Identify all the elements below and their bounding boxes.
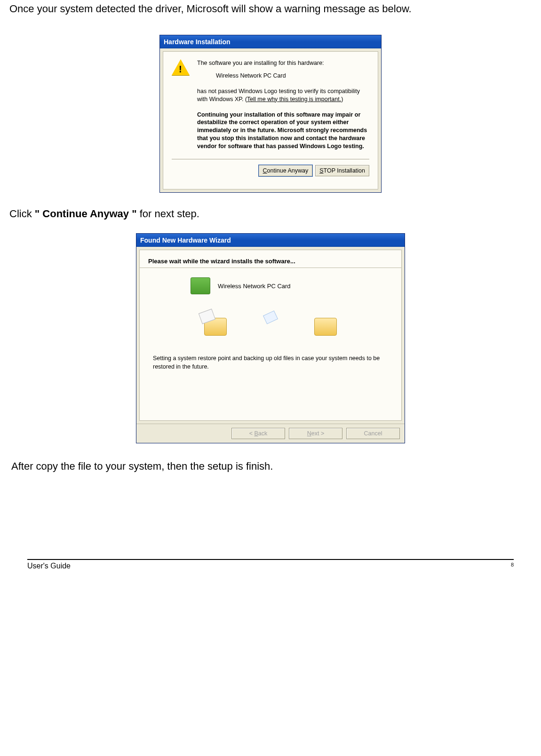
after-text: After copy the file to your system, then… (11, 460, 532, 472)
page-footer: User's Guide 8 (27, 559, 514, 570)
dialog1-line1: The software you are installing for this… (197, 59, 369, 67)
hardware-icon (191, 277, 210, 294)
figure-2: Found New Hardware Wizard Please wait wh… (9, 233, 532, 443)
back-button: < Back (231, 428, 285, 439)
continue-anyway-button[interactable]: Continue Anyway (259, 165, 313, 176)
click-instruction: Click " Continue Anyway " for next step. (9, 208, 532, 220)
dialog1-device: Wireless Network PC Card (216, 72, 369, 80)
dialog1-title: Hardware Installation (160, 35, 381, 48)
copy-animation (148, 318, 393, 336)
dialog2-status: Setting a system restore point and backi… (153, 354, 388, 371)
found-new-hardware-dialog: Found New Hardware Wizard Please wait wh… (136, 233, 405, 443)
stop-installation-button[interactable]: STOP Installation (315, 165, 369, 176)
footer-label: User's Guide (27, 562, 71, 570)
dialog1-line2: has not passed Windows Logo testing to v… (197, 87, 369, 103)
tell-me-why-link[interactable]: Tell me why this testing is important. (247, 96, 341, 102)
folder-source-icon (204, 318, 227, 336)
dialog2-device: Wireless Network PC Card (218, 283, 291, 290)
intro-text: Once your system detected the driver, Mi… (9, 0, 532, 15)
dialog1-strong: Continuing your installation of this sof… (197, 111, 369, 150)
warning-icon (172, 59, 190, 77)
dialog2-title: Found New Hardware Wizard (136, 234, 405, 247)
next-button: Next > (289, 428, 342, 439)
folder-dest-icon (314, 318, 337, 336)
figure-1: Hardware Installation The software you a… (9, 35, 532, 193)
cancel-button: Cancel (346, 428, 400, 439)
dialog2-head: Please wait while the wizard installs th… (148, 258, 393, 265)
hardware-installation-dialog: Hardware Installation The software you a… (159, 35, 382, 193)
file-fly-icon (263, 310, 278, 324)
page-number: 8 (511, 562, 514, 570)
